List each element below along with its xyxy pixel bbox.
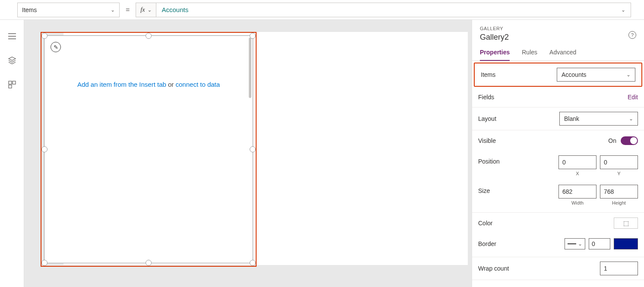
main-layout: ✎ Add an item from the Insert tab or con… — [0, 20, 644, 287]
panel-tabs: Properties Rules Advanced — [472, 42, 644, 61]
width-sublabel: Width — [571, 200, 584, 205]
resize-handle[interactable] — [41, 33, 48, 39]
left-rail — [0, 20, 24, 287]
height-sublabel: Height — [612, 200, 626, 205]
resize-handle[interactable] — [146, 260, 152, 266]
border-label: Border — [478, 240, 496, 247]
visible-row: Visible On — [472, 130, 644, 151]
resize-handle[interactable] — [41, 260, 48, 266]
resize-handle[interactable] — [250, 146, 256, 152]
layers-icon[interactable] — [8, 56, 16, 65]
border-width-value: 0 — [592, 240, 595, 247]
property-dropdown[interactable]: Items ⌄ — [17, 3, 120, 17]
svg-marker-3 — [9, 57, 16, 60]
layout-label: Layout — [478, 115, 496, 122]
insert-link[interactable]: Add an item from the Insert tab — [77, 81, 166, 88]
components-icon[interactable] — [8, 80, 16, 89]
edit-pencil-icon[interactable]: ✎ — [51, 42, 61, 52]
property-label: Items — [22, 6, 37, 13]
position-inputs: 0 X 0 Y — [558, 155, 638, 176]
hamburger-icon[interactable] — [8, 32, 16, 41]
border-line-icon — [568, 243, 576, 244]
position-x-value: 0 — [562, 159, 566, 166]
position-row: Position 0 X 0 Y — [472, 151, 644, 180]
position-x-input[interactable]: 0 — [558, 155, 596, 169]
formula-value: Accounts — [162, 6, 188, 13]
items-label: Items — [481, 71, 495, 78]
help-icon[interactable]: ? — [628, 31, 636, 39]
y-sublabel: Y — [617, 171, 620, 176]
tab-properties[interactable]: Properties — [480, 49, 510, 61]
position-y-input[interactable]: 0 — [600, 155, 638, 169]
equals-sign: = — [126, 6, 130, 14]
svg-rect-6 — [9, 85, 12, 88]
color-picker[interactable]: ⬚ — [614, 218, 638, 229]
fields-edit-link[interactable]: Edit — [628, 94, 638, 101]
gallery-control[interactable]: ✎ Add an item from the Insert tab or con… — [44, 35, 253, 263]
visible-label: Visible — [478, 137, 496, 144]
chevron-down-icon: ⌄ — [621, 7, 625, 13]
chevron-down-icon: ⌄ — [629, 116, 633, 122]
fields-row: Fields Edit — [472, 87, 644, 107]
wrap-row: Wrap count 1 — [472, 257, 644, 280]
size-label: Size — [478, 185, 490, 194]
layout-row: Layout Blank ⌄ — [472, 107, 644, 130]
visible-toggle[interactable] — [621, 136, 638, 145]
wrap-count-input[interactable]: 1 — [600, 262, 638, 275]
canvas-area[interactable]: ✎ Add an item from the Insert tab or con… — [24, 20, 472, 287]
position-label: Position — [478, 155, 500, 165]
border-width-input[interactable]: 0 — [589, 238, 610, 249]
tab-rules[interactable]: Rules — [522, 49, 537, 60]
x-sublabel: X — [576, 171, 579, 176]
resize-handle[interactable] — [41, 146, 48, 152]
tab-advanced[interactable]: Advanced — [549, 49, 576, 60]
resize-handle[interactable] — [146, 33, 152, 39]
gallery-selection[interactable]: ✎ Add an item from the Insert tab or con… — [41, 32, 257, 267]
properties-panel: GALLERY Gallery2 ? Properties Rules Adva… — [472, 20, 644, 287]
fx-button[interactable]: fx ⌄ — [136, 3, 156, 17]
control-name[interactable]: Gallery2 — [480, 33, 636, 42]
size-height-input[interactable]: 768 — [600, 185, 638, 199]
wrap-value: 1 — [604, 265, 607, 272]
layout-value: Blank — [564, 115, 579, 122]
connect-link[interactable]: connect to data — [176, 81, 220, 88]
chevron-down-icon: ⌄ — [578, 241, 582, 247]
toggle-knob — [630, 137, 637, 144]
size-inputs: 682 Width 768 Height — [558, 185, 638, 205]
border-row: Border ⌄ 0 — [472, 233, 644, 254]
chevron-down-icon: ⌄ — [147, 7, 152, 13]
size-h-value: 768 — [604, 188, 614, 195]
size-width-input[interactable]: 682 — [558, 185, 596, 199]
color-row: Color ⬚ — [472, 213, 644, 233]
panel-header: GALLERY Gallery2 ? — [472, 20, 644, 42]
color-label: Color — [478, 220, 492, 227]
border-color-picker[interactable] — [614, 238, 638, 249]
items-dropdown[interactable]: Accounts ⌄ — [557, 68, 635, 82]
border-style-dropdown[interactable]: ⌄ — [565, 238, 585, 249]
formula-input[interactable]: Accounts ⌄ — [156, 3, 631, 17]
wrap-label: Wrap count — [478, 265, 509, 272]
size-w-value: 682 — [562, 188, 572, 195]
formula-bar: Items ⌄ = fx ⌄ Accounts ⌄ — [0, 0, 644, 20]
gallery-empty-message: Add an item from the Insert tab or conne… — [44, 81, 253, 88]
visible-toggle-wrap: On — [608, 136, 638, 145]
gallery-scrollbar[interactable] — [249, 38, 251, 98]
resize-handle[interactable] — [250, 260, 256, 266]
svg-rect-5 — [13, 81, 16, 84]
items-value: Accounts — [562, 71, 587, 78]
layout-dropdown[interactable]: Blank ⌄ — [559, 112, 638, 126]
resize-handle[interactable] — [250, 33, 256, 39]
visibility-section: Visible On Position 0 X 0 Y — [472, 130, 644, 213]
or-text: or — [166, 81, 176, 88]
visible-state: On — [608, 137, 616, 144]
paint-bucket-icon: ⬚ — [623, 220, 629, 227]
items-row: Items Accounts ⌄ — [474, 63, 642, 87]
size-row: Size 682 Width 768 Height — [472, 180, 644, 210]
svg-rect-4 — [9, 81, 12, 84]
fx-label: fx — [140, 6, 145, 13]
position-y-value: 0 — [604, 159, 607, 166]
chevron-down-icon: ⌄ — [626, 72, 631, 78]
color-section: Color ⬚ Border ⌄ 0 — [472, 213, 644, 257]
control-type: GALLERY — [480, 26, 636, 31]
fields-label: Fields — [478, 94, 494, 101]
